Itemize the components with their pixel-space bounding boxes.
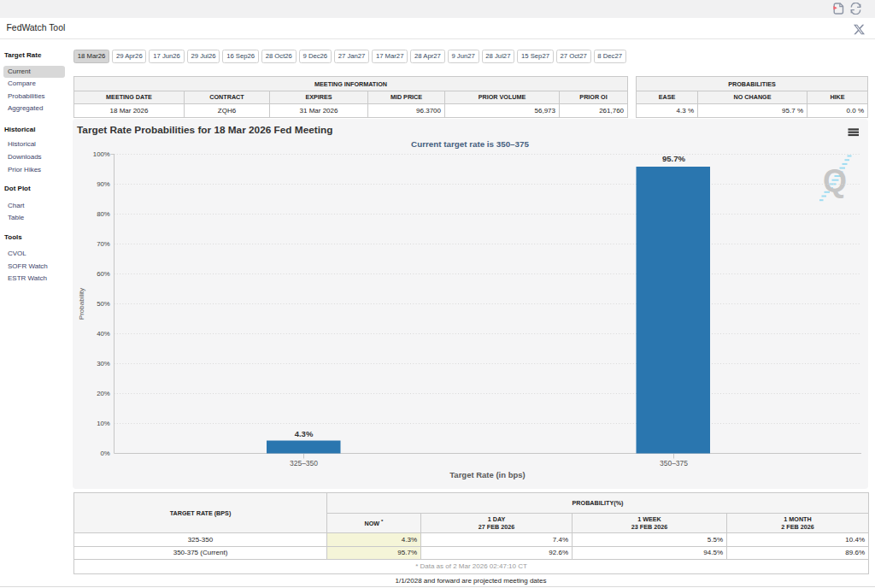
svg-text:Probability: Probability bbox=[78, 288, 85, 320]
svg-text:70%: 70% bbox=[97, 240, 110, 248]
svg-text:Q: Q bbox=[823, 163, 847, 198]
svg-text:100%: 100% bbox=[93, 150, 110, 158]
svg-text:30%: 30% bbox=[97, 360, 110, 368]
svg-text:60%: 60% bbox=[97, 270, 110, 278]
svg-text:90%: 90% bbox=[97, 180, 110, 188]
svg-text:10%: 10% bbox=[97, 420, 110, 427]
svg-text:4.3%: 4.3% bbox=[295, 429, 314, 438]
svg-text:Target Rate (in bps): Target Rate (in bps) bbox=[449, 470, 526, 479]
svg-text:50%: 50% bbox=[97, 300, 110, 308]
svg-text:0%: 0% bbox=[101, 450, 110, 457]
svg-text:95.7%: 95.7% bbox=[662, 154, 685, 163]
svg-text:40%: 40% bbox=[97, 330, 110, 338]
svg-text:325–350: 325–350 bbox=[290, 459, 318, 467]
svg-text:350–375: 350–375 bbox=[660, 459, 688, 467]
svg-text:20%: 20% bbox=[97, 390, 110, 397]
svg-text:80%: 80% bbox=[97, 210, 110, 218]
